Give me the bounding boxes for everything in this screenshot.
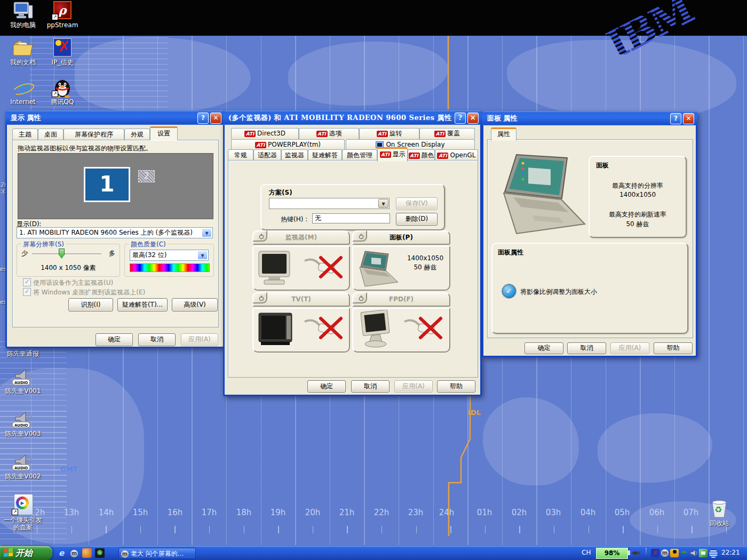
tab-powerplay[interactable]: ATIPOWERPLAY(tm) <box>231 139 345 150</box>
tv-toggle-button[interactable]: TV(T) <box>252 292 350 307</box>
scale-image-label[interactable]: 将影像比例调整为面板大小 <box>520 287 597 297</box>
power-icon[interactable] <box>352 292 367 303</box>
save-button[interactable]: 保存(V) <box>396 197 438 210</box>
monitor-1[interactable]: 1 <box>84 167 130 202</box>
extend-desktop-checkbox[interactable]: ✓ <box>23 288 31 296</box>
help-button[interactable]: ? <box>455 113 466 124</box>
apply-button[interactable]: 应用(A) <box>394 380 433 393</box>
help-button[interactable]: ? <box>197 113 209 124</box>
tray-umbrella-icon[interactable]: ☂ <box>680 549 688 557</box>
tray-backup-icon[interactable] <box>699 549 708 557</box>
close-button[interactable]: ✕ <box>210 113 221 124</box>
chevron-down-icon[interactable]: ▼ <box>378 199 388 208</box>
tab-opengl[interactable]: ATIOpenGL <box>435 149 478 161</box>
scale-image-checkbox[interactable]: ✓ <box>502 284 516 298</box>
quicklaunch-browser-icon[interactable] <box>95 548 105 558</box>
resolution-slider-thumb[interactable] <box>59 249 65 259</box>
ac-plug-icon[interactable] <box>632 549 641 557</box>
power-icon[interactable] <box>352 230 367 242</box>
quicklaunch-ie-icon[interactable]: e <box>57 548 66 558</box>
tray-media-icon[interactable]: m <box>661 549 669 557</box>
identify-button[interactable]: 识别(I) <box>68 298 113 311</box>
apply-button[interactable]: 应用(A) <box>181 333 218 346</box>
tab-ati-color[interactable]: ATI颜色 <box>408 149 435 161</box>
tab-properties[interactable]: 属性 <box>491 127 516 141</box>
primary-monitor-label: 使用该设备作为主监视器(U) <box>33 278 113 287</box>
delete-button[interactable]: 删除(D) <box>396 213 438 226</box>
taskbar-window-button[interactable]: m老大 问个屏幕的... <box>118 548 196 559</box>
desktop-icon-internet[interactable]: e Internet <box>3 78 43 106</box>
tray-volume-icon[interactable] <box>689 549 698 557</box>
cancel-button[interactable]: 取消 <box>567 342 606 354</box>
display-device-combobox[interactable]: 1. ATI MOBILITY RADEON 9600 Series 上的 (多… <box>17 227 213 238</box>
desktop-icon-audio-v001[interactable]: AUDIO 陈先奎V001 <box>0 368 46 395</box>
tab-theme[interactable]: 主题 <box>12 129 38 140</box>
tab-adapter[interactable]: 适配器 <box>253 149 281 161</box>
tray-qq-icon[interactable] <box>670 549 679 557</box>
idl-label: IDL <box>468 409 481 417</box>
desktop-icon-ip-history[interactable]: ✗ IP_信史 <box>43 38 82 66</box>
cancel-button[interactable]: 取消 <box>138 333 176 346</box>
tab-options[interactable]: ATI选项 <box>299 128 359 139</box>
ok-button[interactable]: 确定 <box>96 333 133 346</box>
desktop-icon-audio-v002[interactable]: AUDIO 陈先奎V002 <box>0 453 46 480</box>
color-quality-combobox[interactable]: 最高(32 位) ▼ <box>130 250 209 261</box>
tray-antivirus-icon[interactable] <box>709 549 718 558</box>
chevron-down-icon[interactable]: ▼ <box>197 251 208 260</box>
tab-overlay[interactable]: ATI覆盖 <box>419 128 475 139</box>
scheme-combobox[interactable]: ▼ <box>269 198 390 209</box>
panel-dialog-titlebar[interactable]: 面板 属性 ? ✕ <box>482 111 697 125</box>
tab-screensaver[interactable]: 屏幕保护程序 <box>63 129 124 140</box>
power-icon[interactable] <box>252 230 267 242</box>
ati-dialog-titlebar[interactable]: (多个监视器) 和 ATI MOBILITY RADEON 9600 Serie… <box>223 110 482 125</box>
language-indicator[interactable]: CH <box>582 549 591 556</box>
panel-toggle-button[interactable]: 面板(P) <box>352 230 450 245</box>
desktop-icon-recycle-bin[interactable]: ♻ 回收站 <box>702 498 736 527</box>
apply-button[interactable]: 应用(A) <box>610 342 649 354</box>
tab-troubleshoot[interactable]: 疑难解答 <box>308 149 342 161</box>
monitor-toggle-button[interactable]: 监视器(M) <box>252 230 350 245</box>
advanced-button[interactable]: 高级(V) <box>172 298 218 311</box>
fpd-toggle-button[interactable]: FPD(F) <box>352 292 450 307</box>
primary-monitor-checkbox[interactable]: ✓ <box>23 278 31 286</box>
troubleshoot-button[interactable]: 疑难解答(T)... <box>117 298 168 311</box>
quicklaunch-game-icon[interactable] <box>82 548 92 558</box>
quicklaunch-media-icon[interactable]: m <box>69 548 79 558</box>
tab-monitor[interactable]: 监视器 <box>281 149 308 161</box>
tab-color-management[interactable]: 颜色管理 <box>342 149 377 161</box>
desktop-icon-qq[interactable]: ↗ 腾讯QQ <box>43 78 82 106</box>
ok-button[interactable]: 确定 <box>525 342 563 354</box>
monitor-2[interactable]: 2 <box>138 170 155 182</box>
close-button[interactable]: ✕ <box>683 113 694 124</box>
help-button[interactable]: 帮助 <box>437 380 475 393</box>
start-button[interactable]: 开始 <box>0 546 52 560</box>
desktop-icon-audio-v003[interactable]: AUDIO 陈先奎V003 <box>0 411 46 437</box>
tab-general[interactable]: 常规 <box>228 149 253 161</box>
taskbar-clock[interactable]: 22:21 <box>721 549 740 556</box>
tray-ip-history-icon[interactable]: ✗ <box>651 549 659 557</box>
desktop-icon-my-computer[interactable]: 我的电脑 <box>3 1 43 29</box>
desktop-icon-ppstream[interactable]: ρ ↗ ppStream <box>43 1 82 29</box>
display-dialog-titlebar[interactable]: 显示 属性 ? ✕ <box>5 110 225 125</box>
help-button[interactable]: 帮助 <box>654 342 693 354</box>
chevron-down-icon[interactable]: ▼ <box>202 228 212 237</box>
desktop-icon-audio-report[interactable]: 陈先奎通报 <box>0 350 46 357</box>
power-icon[interactable] <box>252 292 267 303</box>
tab-direct3d[interactable]: ATIDirect3D <box>231 128 299 139</box>
resolution-slider-track[interactable] <box>32 253 101 254</box>
battery-indicator[interactable]: 98% <box>596 548 628 559</box>
tab-desktop[interactable]: 桌面 <box>38 129 63 140</box>
tab-rotate[interactable]: ATI旋转 <box>359 128 419 139</box>
help-button[interactable]: ? <box>670 113 681 124</box>
desktop-icon-my-documents[interactable]: 我的文档 <box>3 38 43 66</box>
tab-on-screen-display[interactable]: On Screen Display <box>346 139 475 150</box>
tab-settings[interactable]: 设置 <box>150 126 178 140</box>
timezone-label: 24h <box>435 508 458 517</box>
tab-appearance[interactable]: 外观 <box>124 129 150 140</box>
desktop-icon-movie[interactable]: ▶ ↗ 一个馒头引发 的血案 <box>0 494 46 531</box>
cancel-button[interactable]: 取消 <box>351 380 390 393</box>
hotkey-field[interactable]: 无 <box>312 213 390 223</box>
close-button[interactable]: ✕ <box>467 113 479 124</box>
tab-ati-display[interactable]: ATI显示 <box>377 147 408 162</box>
ok-button[interactable]: 确定 <box>307 380 346 393</box>
